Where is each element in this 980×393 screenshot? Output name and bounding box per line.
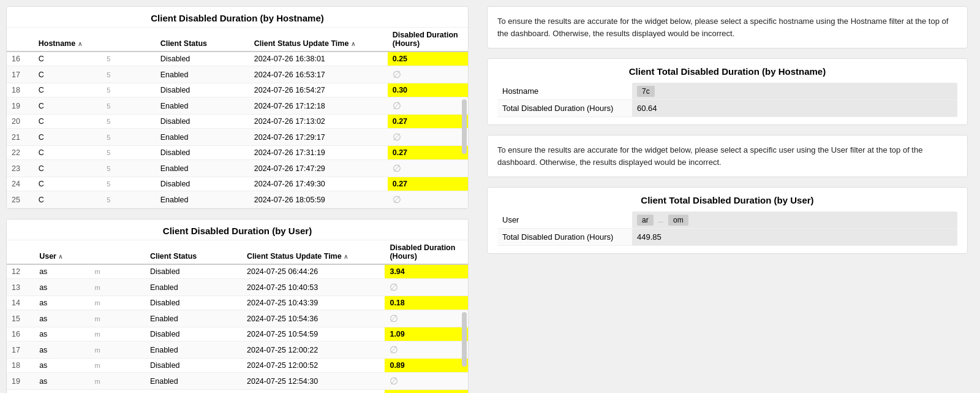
summary-hostname-row: Hostname 7c	[497, 83, 957, 100]
summary-user-row: User ar ... om	[497, 212, 957, 229]
row-duration: ∅	[388, 97, 468, 115]
summary-hostname-value: 7c	[632, 83, 957, 100]
hostname-scrollbar[interactable]	[462, 99, 467, 154]
row-num: 14	[7, 296, 34, 310]
row-time: 2024-07-25 12:00:52	[242, 359, 385, 373]
row-time: 2024-07-26 17:31:19	[249, 146, 388, 160]
row-duration: 1.09	[385, 327, 468, 341]
row-duration: 1.74	[385, 390, 468, 394]
table-row: 13 as m Enabled 2024-07-25 10:40:53 ∅	[7, 279, 468, 296]
user-table-wrapper: User ∧ Client Status Client Status Updat…	[7, 240, 468, 393]
row-duration: 0.89	[385, 359, 468, 373]
row-user: as	[34, 296, 89, 310]
col-time[interactable]: Client Status Update Time ∧	[249, 28, 388, 52]
row-duration: 0.27	[388, 115, 468, 129]
col-user-sort	[90, 240, 145, 265]
row-status: Enabled	[156, 97, 249, 115]
row-sort: 5	[102, 83, 155, 97]
row-status: Disabled	[156, 83, 249, 97]
row-hostname: C	[34, 160, 102, 177]
summary-user-duration-label: Total Disabled Duration (Hours)	[497, 229, 632, 246]
col-time-u[interactable]: Client Status Update Time ∧	[242, 240, 385, 265]
summary-user-table: User ar ... om Total Disabled Duration (…	[497, 212, 957, 246]
row-duration: ∅	[385, 373, 468, 390]
row-num: 17	[7, 341, 34, 359]
row-time: 2024-07-25 06:44:26	[242, 264, 385, 279]
user-scrollbar[interactable]	[462, 312, 467, 367]
user-value-sep: ...	[658, 216, 663, 224]
right-panel: To ensure the results are accurate for t…	[475, 0, 980, 393]
col-hostname-sort	[102, 28, 155, 52]
table-row: 19 as m Enabled 2024-07-25 12:54:30 ∅	[7, 373, 468, 390]
col-duration: Disabled Duration (Hours)	[388, 28, 468, 52]
row-duration: 3.94	[385, 264, 468, 279]
table-row: 14 as m Disabled 2024-07-25 10:43:39 0.1…	[7, 296, 468, 310]
row-num: 18	[7, 83, 34, 97]
summary-user-duration-row: Total Disabled Duration (Hours) 449.85	[497, 229, 957, 246]
row-user: as	[34, 327, 89, 341]
row-user: as	[34, 359, 89, 373]
row-num: 19	[7, 97, 34, 115]
hostname-table: Hostname ∧ Client Status Client Status U…	[7, 27, 468, 208]
time-sort-arrow-u[interactable]: ∧	[344, 253, 348, 260]
row-status: Disabled	[145, 390, 242, 394]
info-hostname: To ensure the results are accurate for t…	[487, 6, 968, 48]
table-row: 25 C 5 Enabled 2024-07-26 18:05:59 ∅	[7, 191, 468, 208]
row-num: 12	[7, 264, 34, 279]
table-row: 22 C 5 Disabled 2024-07-26 17:31:19 0.27	[7, 146, 468, 160]
table-row: 16 C 5 Disabled 2024-07-26 16:38:01 0.25	[7, 52, 468, 66]
table-row: 15 as m Enabled 2024-07-25 10:54:36 ∅	[7, 310, 468, 327]
table-row: 18 as m Disabled 2024-07-25 12:00:52 0.8…	[7, 359, 468, 373]
row-status: Enabled	[156, 129, 249, 146]
col-status-u: Client Status	[145, 240, 242, 265]
row-num: 16	[7, 327, 34, 341]
col-num	[7, 28, 34, 52]
summary-duration-row: Total Disabled Duration (Hours) 60.64	[497, 100, 957, 117]
table-row: 20 C 5 Disabled 2024-07-26 17:13:02 0.27	[7, 115, 468, 129]
row-num: 15	[7, 310, 34, 327]
summary-hostname-label: Hostname	[497, 83, 632, 100]
table-row: 23 C 5 Enabled 2024-07-26 17:47:29 ∅	[7, 160, 468, 177]
row-hostname: C	[34, 97, 102, 115]
row-hostname: C	[34, 191, 102, 208]
row-status: Disabled	[145, 264, 242, 279]
row-sort: m	[90, 373, 145, 390]
row-duration: 0.25	[388, 52, 468, 66]
row-sort: 5	[102, 97, 155, 115]
summary-user-value: ar ... om	[632, 212, 957, 229]
row-sort: 5	[102, 146, 155, 160]
row-sort: m	[90, 359, 145, 373]
row-status: Enabled	[145, 310, 242, 327]
row-duration: ∅	[385, 279, 468, 296]
row-status: Disabled	[145, 296, 242, 310]
row-num: 13	[7, 279, 34, 296]
row-num: 22	[7, 146, 34, 160]
hostname-sort-arrow[interactable]: ∧	[78, 40, 82, 47]
row-status: Enabled	[145, 341, 242, 359]
table-row: 21 C 5 Enabled 2024-07-26 17:29:17 ∅	[7, 129, 468, 146]
summary-user-duration-value: 449.85	[632, 229, 957, 246]
row-status: Disabled	[145, 327, 242, 341]
row-time: 2024-07-25 12:00:22	[242, 341, 385, 359]
hostname-table-widget: Client Disabled Duration (by Hostname) H…	[6, 6, 469, 209]
info-user: To ensure the results are accurate for t…	[487, 135, 968, 177]
row-status: Enabled	[145, 279, 242, 296]
row-status: Enabled	[156, 191, 249, 208]
row-sort: m	[90, 296, 145, 310]
table-row: 17 C 5 Enabled 2024-07-26 16:53:17 ∅	[7, 66, 468, 83]
col-duration-u: Disabled Duration (Hours)	[385, 240, 468, 265]
row-sort: 5	[102, 115, 155, 129]
time-sort-arrow[interactable]: ∧	[351, 40, 355, 47]
row-time: 2024-07-26 17:47:29	[249, 160, 388, 177]
col-hostname[interactable]: Hostname ∧	[34, 28, 102, 52]
row-hostname: C	[34, 52, 102, 66]
user-sort-arrow[interactable]: ∧	[58, 253, 62, 260]
left-panel: Client Disabled Duration (by Hostname) H…	[0, 0, 475, 393]
row-num: 20	[7, 115, 34, 129]
row-duration: ∅	[385, 310, 468, 327]
row-num: 18	[7, 359, 34, 373]
col-user[interactable]: User ∧	[34, 240, 89, 265]
row-hostname: C	[34, 66, 102, 83]
row-sort: m	[90, 341, 145, 359]
summary-hostname-widget: Client Total Disabled Duration (by Hostn…	[487, 58, 968, 125]
